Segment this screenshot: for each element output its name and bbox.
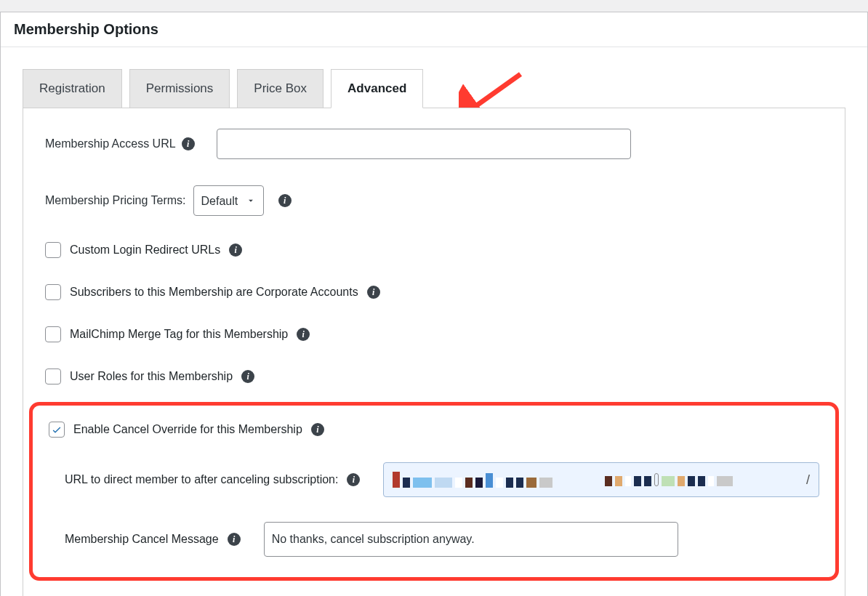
pricing-terms-select[interactable]: Default <box>193 185 264 216</box>
info-icon[interactable]: i <box>367 286 380 299</box>
info-icon[interactable]: i <box>297 328 310 341</box>
url-placeholder-graphic <box>393 472 552 488</box>
info-icon[interactable]: i <box>228 533 241 546</box>
tab-content-advanced: Membership Access URL i Membership Prici… <box>23 108 845 596</box>
mailchimp-merge-label: MailChimp Merge Tag for this Membership <box>70 328 288 341</box>
cancel-url-label: URL to direct member to after canceling … <box>65 473 338 486</box>
access-url-label: Membership Access URL <box>45 137 176 150</box>
info-icon[interactable]: i <box>278 194 292 207</box>
url-placeholder-graphic <box>605 473 733 486</box>
custom-login-redirect-label: Custom Login Redirect URLs <box>70 243 220 257</box>
tab-registration[interactable]: Registration <box>23 69 122 108</box>
cancel-message-label: Membership Cancel Message <box>65 533 219 546</box>
info-icon[interactable]: i <box>311 423 324 436</box>
corporate-accounts-checkbox[interactable] <box>45 284 61 300</box>
membership-options-panel: Membership Options Registration Permissi… <box>0 12 868 596</box>
enable-cancel-override-checkbox[interactable] <box>49 422 65 438</box>
corporate-accounts-label: Subscribers to this Membership are Corpo… <box>70 286 358 299</box>
info-icon[interactable]: i <box>229 243 242 257</box>
panel-title: Membership Options <box>14 21 158 37</box>
cancel-message-input[interactable] <box>264 522 678 557</box>
info-icon[interactable]: i <box>241 370 254 383</box>
user-roles-label: User Roles for this Membership <box>70 370 233 383</box>
info-icon[interactable]: i <box>182 137 195 150</box>
pricing-terms-label: Membership Pricing Terms: <box>45 194 186 207</box>
tab-permissions[interactable]: Permissions <box>129 69 230 108</box>
cancel-url-input[interactable]: / <box>383 462 819 497</box>
cancel-override-highlight: Enable Cancel Override for this Membersh… <box>29 402 839 581</box>
tab-advanced[interactable]: Advanced <box>331 69 423 108</box>
custom-login-redirect-checkbox[interactable] <box>45 242 61 258</box>
access-url-input[interactable] <box>217 129 631 159</box>
user-roles-checkbox[interactable] <box>45 369 61 384</box>
mailchimp-merge-checkbox[interactable] <box>45 326 61 342</box>
info-icon[interactable]: i <box>347 473 360 486</box>
panel-header: Membership Options <box>1 12 867 47</box>
tab-price-box[interactable]: Price Box <box>237 69 324 108</box>
url-trailing-slash: / <box>806 472 810 488</box>
tab-bar: Registration Permissions Price Box Advan… <box>23 69 845 108</box>
enable-cancel-override-label: Enable Cancel Override for this Membersh… <box>73 423 302 436</box>
